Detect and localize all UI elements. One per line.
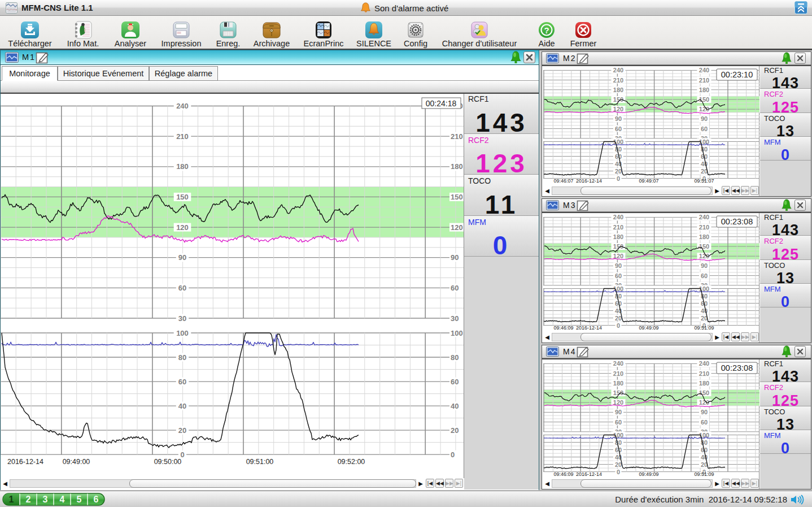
svg-text:240: 240 [699, 214, 709, 220]
svg-text:150: 150 [176, 193, 189, 201]
svg-text:210: 210 [613, 224, 623, 231]
svg-text:90: 90 [178, 253, 186, 262]
svg-text:20: 20 [615, 168, 622, 175]
svg-text:90: 90 [451, 253, 459, 262]
svg-text:210: 210 [699, 77, 709, 84]
svg-text:210: 210 [451, 132, 463, 141]
svg-text:180: 180 [613, 233, 623, 240]
svg-text:90: 90 [701, 409, 708, 415]
svg-text:20: 20 [451, 426, 459, 435]
svg-text:2016-12-14: 2016-12-14 [576, 471, 602, 477]
svg-text:180: 180 [699, 86, 709, 93]
svg-text:80: 80 [615, 293, 622, 300]
svg-text:0: 0 [451, 450, 455, 459]
svg-text:210: 210 [613, 77, 623, 84]
svg-text:150: 150 [699, 389, 709, 396]
svg-text:00:24:18: 00:24:18 [426, 99, 457, 108]
svg-text:30: 30 [178, 314, 186, 323]
svg-text:3: 3 [43, 495, 48, 504]
svg-text:00:23:08: 00:23:08 [721, 217, 753, 226]
svg-text:90: 90 [701, 262, 708, 269]
svg-text:09:49:07: 09:49:07 [639, 178, 658, 184]
svg-text:150: 150 [451, 193, 463, 201]
svg-text:240: 240 [613, 360, 623, 367]
svg-text:180: 180 [176, 162, 189, 171]
svg-text:60: 60 [701, 419, 708, 426]
svg-text:09:51:09: 09:51:09 [694, 325, 714, 331]
svg-text:60: 60 [451, 378, 459, 386]
svg-text:40: 40 [451, 402, 459, 410]
svg-text:210: 210 [176, 132, 189, 141]
svg-text:60: 60 [701, 125, 708, 132]
svg-text:90: 90 [615, 115, 622, 122]
svg-text:240: 240 [176, 102, 189, 110]
svg-text:240: 240 [699, 67, 709, 73]
svg-text:120: 120 [176, 223, 189, 232]
svg-text:60: 60 [615, 125, 622, 132]
svg-text:09:46:09: 09:46:09 [553, 471, 573, 477]
svg-text:09:46:09: 09:46:09 [553, 325, 573, 331]
svg-text:09:49:09: 09:49:09 [639, 471, 658, 477]
svg-text:180: 180 [699, 233, 709, 240]
svg-text:100: 100 [451, 329, 463, 337]
svg-text:120: 120 [451, 223, 463, 232]
svg-text:60: 60 [615, 419, 622, 426]
svg-text:09:50:00: 09:50:00 [154, 458, 182, 466]
svg-text:1: 1 [9, 495, 14, 504]
svg-text:210: 210 [699, 224, 709, 231]
svg-text:20: 20 [615, 461, 622, 468]
svg-text:20: 20 [178, 426, 186, 435]
svg-text:60: 60 [451, 284, 459, 292]
svg-text:180: 180 [451, 162, 463, 171]
svg-text:00:23:10: 00:23:10 [721, 70, 753, 79]
svg-text:4: 4 [60, 495, 65, 504]
svg-text:240: 240 [613, 67, 623, 73]
svg-text:60: 60 [178, 284, 186, 292]
svg-text:00:23:08: 00:23:08 [721, 363, 753, 372]
svg-text:210: 210 [613, 370, 623, 377]
svg-text:2016-12-14: 2016-12-14 [7, 458, 43, 466]
svg-text:09:51:00: 09:51:00 [246, 458, 274, 466]
svg-text:09:49:00: 09:49:00 [63, 458, 90, 466]
svg-text:0: 0 [617, 175, 620, 182]
svg-text:2016-12-14: 2016-12-14 [576, 325, 602, 331]
svg-text:0: 0 [617, 469, 620, 475]
svg-text:6: 6 [94, 495, 99, 504]
svg-text:09:51:09: 09:51:09 [694, 471, 714, 477]
svg-text:80: 80 [615, 439, 622, 446]
svg-text:20: 20 [615, 315, 622, 322]
svg-text:80: 80 [451, 353, 459, 362]
svg-text:60: 60 [701, 272, 708, 279]
svg-text:5: 5 [77, 495, 82, 504]
svg-text:90: 90 [701, 115, 708, 122]
svg-text:240: 240 [699, 360, 709, 367]
svg-text:60: 60 [615, 272, 622, 279]
svg-text:90: 90 [615, 262, 622, 269]
svg-text:210: 210 [699, 370, 709, 377]
svg-text:80: 80 [615, 146, 622, 153]
svg-text:150: 150 [699, 243, 709, 250]
svg-text:40: 40 [701, 161, 708, 167]
svg-text:180: 180 [613, 380, 623, 387]
svg-text:180: 180 [699, 380, 709, 387]
svg-text:2: 2 [26, 495, 31, 504]
svg-text:180: 180 [613, 86, 623, 93]
svg-text:100: 100 [176, 329, 189, 337]
svg-text:09:49:09: 09:49:09 [639, 325, 658, 331]
svg-text:240: 240 [613, 214, 623, 220]
svg-text:30: 30 [451, 314, 459, 323]
svg-text:09:51:07: 09:51:07 [694, 178, 714, 184]
svg-text:60: 60 [178, 378, 186, 386]
svg-text:09:52:00: 09:52:00 [338, 458, 365, 466]
svg-text:0: 0 [617, 322, 620, 329]
svg-text:2016-12-14: 2016-12-14 [576, 178, 602, 184]
svg-text:40: 40 [178, 402, 186, 410]
svg-text:09:46:07: 09:46:07 [553, 178, 573, 184]
svg-text:80: 80 [178, 353, 186, 362]
svg-text:90: 90 [615, 409, 622, 415]
